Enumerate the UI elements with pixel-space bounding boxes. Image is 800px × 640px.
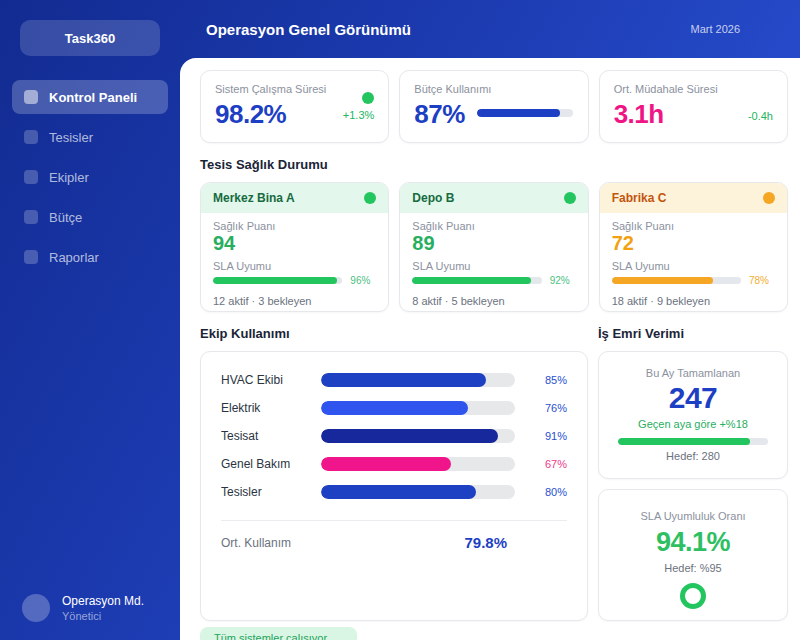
page-title: Operasyon Genel Görünümü — [206, 21, 411, 38]
system-status-badge: Tüm sistemler çalışıyor — [200, 627, 357, 640]
kpi-label: Bütçe Kullanımı — [414, 83, 573, 95]
team-row: Tesisat 91% — [221, 422, 567, 450]
kpi-card-response: Ort. Müdahale Süresi 3.1h -0.4h — [599, 70, 788, 143]
team-name: Tesisler — [221, 485, 321, 499]
sidebar-item-label: Ekipler — [49, 170, 89, 185]
team-row: Tesisler 80% — [221, 478, 567, 506]
sidebar-item-label: Kontrol Paneli — [49, 90, 137, 105]
sidebar-item-label: Bütçe — [49, 210, 82, 225]
team-name: Tesisat — [221, 429, 321, 443]
team-percent: 67% — [531, 458, 567, 470]
kpi-card-budget: Bütçe Kullanımı 87% — [399, 70, 588, 143]
sla-progress-fill — [213, 277, 337, 284]
completed-value: 247 — [599, 381, 787, 415]
main-content: Sistem Çalışma Süresi 98.2% +1.3% Bütçe … — [180, 58, 800, 640]
tesisler-icon — [24, 130, 38, 144]
kpi-value: 98.2% — [215, 99, 326, 130]
ekipler-icon — [24, 170, 38, 184]
period-label: Mart 2026 — [690, 23, 740, 35]
sla-progress: 92% — [412, 275, 575, 286]
team-bar — [321, 485, 476, 499]
team-bar — [321, 429, 498, 443]
sla-progress: 96% — [213, 275, 376, 286]
kpi-row: Sistem Çalışma Süresi 98.2% +1.3% Bütçe … — [200, 70, 788, 143]
health-score: 89 — [412, 232, 575, 255]
section-title-facilities: Tesis Sağlık Durumu — [200, 157, 788, 172]
sla-progress-fill — [412, 277, 531, 284]
team-percent: 85% — [531, 374, 567, 386]
sla-compliance-label: SLA Uyumluluk Oranı — [599, 510, 787, 522]
facility-meta: 18 aktif · 9 bekleyen — [612, 295, 775, 307]
facility-meta: 8 aktif · 5 bekleyen — [412, 295, 575, 307]
sla-label: SLA Uyumu — [612, 260, 775, 272]
team-name: HVAC Ekibi — [221, 373, 321, 387]
facility-card-depo-b: Depo B Sağlık Puanı 89 SLA Uyumu 92% 8 a… — [399, 182, 588, 312]
kpi-value: 87% — [414, 99, 465, 130]
sidebar-nav: Kontrol Paneli Tesisler Ekipler Bütçe Ra… — [0, 80, 180, 274]
sla-compliance-value: 94.1% — [599, 527, 787, 558]
team-bar — [321, 373, 486, 387]
sla-compliance-card: SLA Uyumluluk Oranı 94.1% Hedef: %95 — [598, 489, 788, 621]
sidebar-item-label: Raporlar — [49, 250, 99, 265]
kpi-value: 3.1h — [614, 99, 718, 130]
health-score: 94 — [213, 232, 376, 255]
kpi-label: Ort. Müdahale Süresi — [614, 83, 718, 95]
raporlar-icon — [24, 250, 38, 264]
avatar — [22, 594, 50, 622]
team-row: Genel Bakım 67% — [221, 450, 567, 478]
sidebar-item-raporlar[interactable]: Raporlar — [12, 240, 168, 274]
sla-ring-icon — [680, 583, 706, 609]
user-profile[interactable]: Operasyon Md. Yönetici — [22, 594, 144, 622]
sla-percent: 78% — [749, 275, 775, 286]
sla-percent: 96% — [350, 275, 376, 286]
avg-utilization-value: 79.8% — [464, 534, 567, 551]
sidebar-item-ekipler[interactable]: Ekipler — [12, 160, 168, 194]
completed-work-orders-card: Bu Ay Tamamlanan 247 Geçen aya göre +%18… — [598, 351, 788, 479]
brand-logo[interactable]: Task360 — [20, 20, 160, 56]
health-label: Sağlık Puanı — [412, 220, 575, 232]
status-dot-icon — [362, 92, 374, 104]
sidebar-item-kontrol-paneli[interactable]: Kontrol Paneli — [12, 80, 168, 114]
sidebar-item-tesisler[interactable]: Tesisler — [12, 120, 168, 154]
sidebar-item-butce[interactable]: Bütçe — [12, 200, 168, 234]
completed-progress-fill — [618, 438, 750, 445]
team-percent: 80% — [531, 486, 567, 498]
kontrol-paneli-icon — [24, 90, 38, 104]
completed-progress — [618, 438, 768, 445]
sidebar-item-label: Tesisler — [49, 130, 93, 145]
health-label: Sağlık Puanı — [612, 220, 775, 232]
sla-percent: 92% — [550, 275, 576, 286]
completed-label: Bu Ay Tamamlanan — [599, 367, 787, 379]
header: Operasyon Genel Görünümü Mart 2026 — [180, 0, 800, 58]
team-utilization-card: HVAC Ekibi 85% Elektrik 76% Tesisat 91% … — [200, 351, 588, 621]
team-percent: 76% — [531, 402, 567, 414]
team-bar — [321, 401, 468, 415]
team-row: Elektrik 76% — [221, 394, 567, 422]
team-bar — [321, 457, 451, 471]
health-score: 72 — [612, 232, 775, 255]
facility-card-merkez-bina-a: Merkez Bina A Sağlık Puanı 94 SLA Uyumu … — [200, 182, 389, 312]
team-row: HVAC Ekibi 85% — [221, 366, 567, 394]
facility-card-fabrika-c: Fabrika C Sağlık Puanı 72 SLA Uyumu 78% … — [599, 182, 788, 312]
budget-progress-fill — [477, 109, 561, 117]
sla-compliance-target: Hedef: %95 — [599, 562, 787, 574]
facility-row: Merkez Bina A Sağlık Puanı 94 SLA Uyumu … — [200, 182, 788, 312]
user-name: Operasyon Md. — [62, 594, 144, 608]
completed-target: Hedef: 280 — [599, 450, 787, 462]
facility-name: Fabrika C — [612, 191, 667, 205]
completed-trend: Geçen aya göre +%18 — [599, 418, 787, 430]
status-dot-icon — [763, 192, 775, 204]
sla-progress-fill — [612, 277, 713, 284]
sla-label: SLA Uyumu — [412, 260, 575, 272]
sla-label: SLA Uyumu — [213, 260, 376, 272]
health-label: Sağlık Puanı — [213, 220, 376, 232]
status-dot-icon — [364, 192, 376, 204]
budget-progress — [477, 109, 573, 117]
butce-icon — [24, 210, 38, 224]
status-dot-icon — [564, 192, 576, 204]
team-name: Elektrik — [221, 401, 321, 415]
kpi-trend: +1.3% — [343, 109, 375, 121]
facility-name: Merkez Bina A — [213, 191, 295, 205]
team-name: Genel Bakım — [221, 457, 321, 471]
team-percent: 91% — [531, 430, 567, 442]
